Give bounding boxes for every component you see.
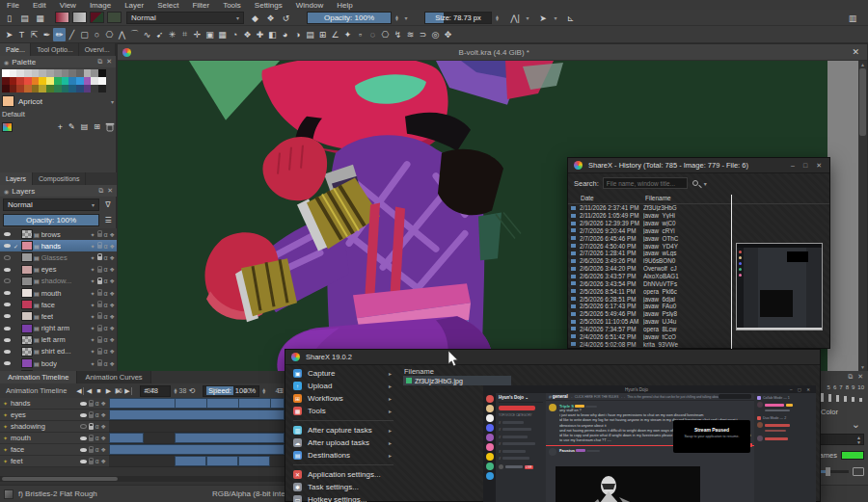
keyframe-span[interactable] — [109, 398, 285, 409]
onion-opacity-bar[interactable] — [821, 393, 824, 402]
tab-animation-curves[interactable]: Animation Curves — [77, 371, 150, 383]
tool-freehand-select[interactable]: ↯ — [392, 28, 404, 41]
layer-options-icon[interactable]: ❖ — [110, 302, 115, 308]
palette-swatch[interactable] — [98, 69, 106, 77]
tool-measure[interactable]: ∠ — [329, 28, 341, 41]
palette-swatch[interactable] — [32, 69, 40, 77]
file-list-selected-row[interactable]: Zf3Ujz3HbG.jpg — [403, 376, 511, 385]
stop-button[interactable]: ■ — [94, 387, 103, 394]
history-row[interactable]: 2/4/2026 6:51:42 PMjavaw_tCcO — [568, 332, 829, 340]
preserve-alpha-button[interactable]: ❖ — [264, 12, 277, 24]
discord-server-icon[interactable] — [486, 443, 494, 451]
eraser-mode-button[interactable]: ◆ — [249, 12, 261, 24]
open-document-button[interactable]: ▤ — [18, 12, 31, 24]
blend-mode-dropdown[interactable]: Normal▾ — [126, 12, 244, 24]
layer-lock-icon[interactable] — [97, 351, 102, 355]
layer-lock-icon[interactable] — [97, 304, 102, 307]
mirror-horizontal-button[interactable]: ⋀| — [508, 12, 522, 24]
palette-swatch[interactable] — [24, 77, 32, 85]
layer-alpha-icon[interactable]: α — [95, 411, 99, 418]
timeline-row-feet[interactable]: ✦feetα❖ — [0, 456, 109, 467]
palette-swatch[interactable] — [2, 77, 10, 85]
layer-lock-icon[interactable] — [89, 426, 94, 430]
close-docker-icon[interactable]: ✕ — [857, 373, 863, 381]
timeline-track-face[interactable] — [109, 444, 285, 456]
column-date[interactable]: Date — [581, 195, 594, 201]
palette-swatch[interactable] — [39, 69, 46, 77]
palette-swatch-grid[interactable] — [2, 69, 108, 92]
layer-lock-icon[interactable] — [97, 256, 102, 260]
loop-icon[interactable]: ⟲ — [188, 386, 195, 395]
docker-lock-icon[interactable]: ◉ — [4, 59, 9, 66]
layer-row-left-arm[interactable]: ▤left arm✦α❖ — [0, 334, 117, 346]
tool-smart-patch[interactable]: ✚ — [254, 28, 266, 41]
mirror-v-chevron-icon[interactable]: ▾ — [552, 12, 559, 24]
tool-polyline[interactable]: ⋀ — [116, 28, 128, 41]
speed-spinner[interactable]: ▲▼ — [260, 384, 267, 397]
palette-view-button[interactable]: ⊞ — [94, 122, 100, 131]
scrollbar-thumb[interactable] — [859, 68, 866, 136]
layer-alpha-icon[interactable]: α — [104, 348, 108, 355]
palette-swatch[interactable] — [98, 85, 106, 92]
close-docker-icon[interactable]: ✕ — [106, 58, 112, 66]
layer-alpha-icon[interactable]: α — [104, 277, 108, 284]
tool-rect-select[interactable]: ▫ — [354, 28, 366, 41]
palette-swatch[interactable] — [46, 77, 54, 85]
tool-gradient[interactable]: ▦ — [216, 28, 229, 41]
opacity-options-chevron-icon[interactable]: ▾ — [402, 12, 410, 24]
history-row[interactable]: 2/9/2026 12:39:39 PMjavaw_wjC0 — [568, 220, 829, 227]
layer-options-icon[interactable]: ❖ — [101, 435, 106, 441]
size-spinner[interactable]: ▲▼ — [494, 12, 501, 24]
tool-calligraphy[interactable]: ✒ — [41, 28, 53, 41]
layer-alpha-icon[interactable]: α — [104, 266, 108, 273]
layer-visibility-icon[interactable] — [4, 278, 11, 283]
timeline-row-face[interactable]: ✦faceα❖ — [0, 444, 109, 456]
layer-pin-icon[interactable]: ✦ — [91, 325, 95, 331]
onion-toggle-icon[interactable]: ✦ — [0, 435, 11, 441]
tool-text[interactable]: T — [15, 28, 28, 41]
layer-lock-icon[interactable] — [97, 362, 102, 366]
tool-multibrush[interactable]: ✳ — [166, 28, 178, 41]
palette-swatch[interactable] — [68, 85, 76, 92]
scroll-up-icon[interactable]: ▲ — [858, 62, 867, 67]
layer-visibility-icon[interactable] — [4, 303, 11, 306]
tool-rectangle[interactable]: ▢ — [78, 28, 91, 41]
keyframe-span[interactable] — [109, 433, 144, 443]
screen-icon[interactable] — [853, 467, 864, 476]
layer-row-hands[interactable]: ✓▤hands✦α❖ — [0, 240, 117, 251]
layer-lock-icon[interactable] — [89, 403, 94, 407]
tool-zoom[interactable]: ◎ — [429, 28, 442, 41]
menu-filter[interactable]: Filter — [185, 1, 216, 10]
add-swatch-button[interactable]: + — [58, 122, 63, 132]
menu-window[interactable]: Window — [289, 1, 330, 10]
sharex-menu-after-upload-tasks[interactable]: ☁After upload tasks▸ — [285, 436, 401, 449]
layer-pin-icon[interactable]: ✦ — [91, 254, 95, 261]
sharex-menu-application-settings-[interactable]: ✕Application settings... — [285, 468, 401, 481]
layer-lock-icon[interactable] — [89, 414, 94, 418]
palette-swatch[interactable] — [2, 69, 10, 77]
layer-visibility-icon[interactable] — [80, 448, 87, 452]
layer-alpha-icon[interactable]: α — [95, 435, 99, 441]
palette-swatch[interactable] — [54, 77, 62, 85]
brush-size-slider[interactable]: Size: 78.73 px — [424, 12, 492, 24]
palette-swatch[interactable] — [24, 85, 32, 92]
layer-pin-icon[interactable]: ✦ — [91, 360, 95, 367]
tool-transform[interactable]: ⌗ — [178, 28, 191, 41]
close-document-icon[interactable]: ✕ — [852, 47, 867, 57]
menu-select[interactable]: Select — [150, 1, 185, 10]
layer-options-icon[interactable]: ❖ — [110, 360, 115, 367]
menu-file[interactable]: File — [0, 1, 26, 10]
tool-select-shapes[interactable]: ➤ — [3, 28, 15, 41]
discord-server-icon[interactable] — [486, 472, 494, 480]
sharex-menu-after-capture-tasks[interactable]: ▥After capture tasks▸ — [285, 424, 401, 436]
docker-lock-icon[interactable]: ◉ — [4, 188, 9, 195]
layer-options-icon[interactable]: ❖ — [101, 411, 106, 418]
palette-swatch[interactable] — [84, 85, 92, 92]
tool-crop[interactable]: ▣ — [203, 28, 216, 41]
layer-visibility-icon[interactable] — [80, 460, 87, 463]
play-button[interactable]: ▶ — [103, 387, 113, 395]
palette-swatch[interactable] — [62, 85, 69, 92]
minimize-icon[interactable]: – — [791, 162, 795, 170]
previous-frame-button[interactable]: ◀ — [84, 387, 94, 395]
layer-lock-icon[interactable] — [97, 280, 102, 284]
